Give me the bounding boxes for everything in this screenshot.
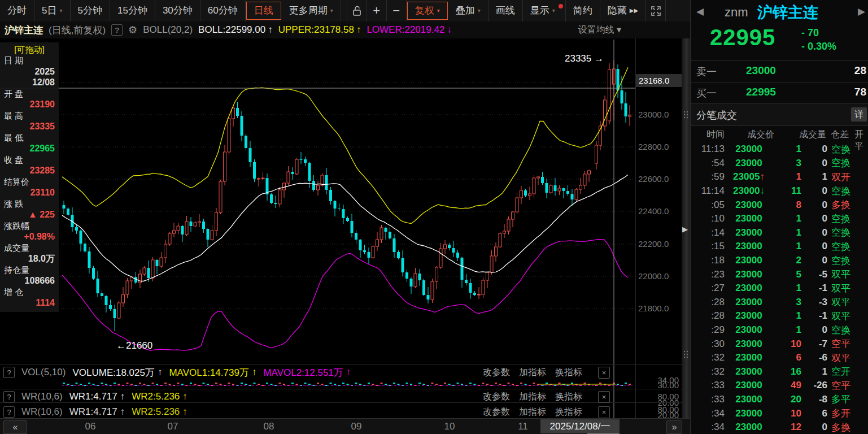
- bid-row[interactable]: 买一 22995 78: [691, 83, 868, 103]
- tick-trade-row[interactable]: :052300080多换: [691, 198, 868, 212]
- position-change: -1: [801, 310, 827, 322]
- tick-trade-row[interactable]: :542300030空换: [691, 157, 868, 171]
- price-axis-label: 22400.0: [638, 206, 679, 216]
- pane-menu-item-换指标[interactable]: 换指标: [555, 406, 582, 418]
- indicator-value: UPPER:23178.58: [278, 24, 354, 36]
- drag-hint: [可拖动]: [4, 44, 55, 55]
- close-pane-button[interactable]: ×: [598, 391, 610, 403]
- prev-contract-button[interactable]: ◀: [696, 6, 704, 18]
- collapse-arrow-icon[interactable]: ▶: [682, 225, 688, 233]
- tick-trade-row[interactable]: :28230001-1双平: [691, 309, 868, 323]
- tool-button-adjust[interactable]: 复权▾: [407, 2, 448, 20]
- trade-volume: 1: [773, 171, 801, 183]
- position-change: 6: [801, 408, 827, 419]
- tick-trade-row[interactable]: :332300020-8多平: [691, 393, 868, 407]
- pane-menu-item-换指标[interactable]: 换指标: [555, 391, 582, 403]
- tool-button-draw-line[interactable]: 画线: [488, 0, 523, 21]
- tick-trade-row[interactable]: 11:1423000↓110空换: [691, 184, 868, 198]
- tick-trade-row[interactable]: :5923005↑11双开: [691, 170, 868, 184]
- price-axis-label: 22600.0: [638, 174, 679, 184]
- info-value: 2025: [4, 66, 55, 77]
- tick-col-header: 成交量: [799, 129, 826, 141]
- trade-price: 23005↑: [725, 171, 773, 183]
- pane-menu-item-加指标[interactable]: 加指标: [519, 367, 546, 379]
- period-button-更多周期[interactable]: 更多周期▾: [282, 0, 341, 21]
- close-pane-button[interactable]: ×: [598, 406, 610, 418]
- tool-button-hide[interactable]: 隐藏▶▶: [600, 0, 646, 21]
- period-button-5分钟[interactable]: 5分钟: [71, 0, 110, 21]
- tool-button-zoom-out[interactable]: −: [387, 0, 407, 21]
- trade-time: :32: [691, 352, 725, 363]
- tick-table[interactable]: 11:132300010空换:542300030空换:5923005↑11双开1…: [691, 142, 868, 434]
- period-button-60分钟[interactable]: 60分钟: [200, 0, 246, 21]
- trade-volume: 20: [773, 394, 801, 405]
- trade-volume: 2: [773, 255, 801, 266]
- help-icon[interactable]: ?: [3, 367, 15, 378]
- help-icon[interactable]: ?: [3, 391, 15, 402]
- tick-trade-row[interactable]: :27230001-1双平: [691, 281, 868, 296]
- close-pane-button[interactable]: ×: [598, 367, 610, 379]
- indicator-value: BOLL:22599.00: [198, 24, 265, 36]
- open-close-flag: 空换: [827, 240, 866, 253]
- quote-panel: ◀ znm 沪锌主连 ▶ 22995 - 70 - 0.30% 卖一 23000…: [690, 0, 868, 434]
- trade-price: 23000: [725, 297, 773, 308]
- pane-menu-item-换指标[interactable]: 换指标: [555, 367, 582, 379]
- ohlc-info-panel[interactable]: [可拖动] 日 期202512/08开 盘23190最 高23335最 低229…: [0, 42, 59, 312]
- pane-indicator-value: MAVOL1:14.739万: [169, 366, 248, 379]
- tick-trade-row[interactable]: :3423000120多换: [691, 420, 868, 434]
- trade-price: 23000: [725, 241, 773, 252]
- tick-trade-row[interactable]: :302300010-7空平: [691, 337, 868, 351]
- ma-settings-button[interactable]: 设置均线 ▾: [578, 21, 621, 38]
- price-axis[interactable]: [635, 38, 682, 418]
- panel-splitter[interactable]: ▶: [682, 38, 690, 418]
- scroll-left-button[interactable]: «: [3, 420, 27, 434]
- tick-trade-row[interactable]: :332300049-26空平: [691, 379, 868, 393]
- pane-menu-item-加指标[interactable]: 加指标: [519, 391, 546, 403]
- pane-menu-item-加指标[interactable]: 加指标: [519, 406, 546, 418]
- tick-trade-row[interactable]: :23230005-5双平: [691, 267, 868, 281]
- tick-trade-row[interactable]: :3423000106多开: [691, 406, 868, 420]
- period-button-15分钟[interactable]: 15分钟: [110, 0, 155, 21]
- tick-trade-row[interactable]: :28230003-3双平: [691, 296, 868, 310]
- trade-time: :54: [691, 158, 725, 169]
- period-button-30分钟[interactable]: 30分钟: [155, 0, 200, 21]
- tool-button-zoom-in[interactable]: +: [367, 0, 387, 21]
- position-change: 0: [801, 227, 827, 238]
- trade-price: 23000: [725, 394, 773, 405]
- tool-button-lock[interactable]: [347, 0, 367, 21]
- tick-trade-row[interactable]: :3223000161空开: [691, 365, 868, 379]
- gear-icon[interactable]: ⚙: [128, 24, 137, 36]
- position-change: 0: [801, 324, 827, 336]
- tick-trade-row[interactable]: :32230006-6双平: [691, 351, 868, 365]
- pane-menu-item-改参数[interactable]: 改参数: [483, 367, 510, 379]
- tool-button-fullscreen[interactable]: [646, 0, 666, 21]
- trade-price: 23000: [725, 324, 773, 336]
- tick-trade-row[interactable]: 11:132300010空换: [691, 142, 868, 157]
- open-close-flag: 空换: [827, 226, 866, 239]
- pane-menu-item-改参数[interactable]: 改参数: [483, 406, 510, 418]
- price-axis-label: 23000.0: [638, 110, 679, 119]
- tick-trade-row[interactable]: :152300010空换: [691, 240, 868, 254]
- tool-button-simple[interactable]: 简约: [566, 0, 600, 21]
- tick-trade-row[interactable]: :182300020空换: [691, 254, 868, 268]
- period-button-分时[interactable]: 分时: [0, 0, 34, 21]
- info-value: +0.98%: [4, 231, 55, 242]
- help-icon[interactable]: ?: [111, 24, 123, 36]
- tool-button-overlay[interactable]: 叠加▾: [448, 0, 488, 21]
- period-button-日线[interactable]: 日线: [246, 2, 281, 20]
- tick-detail-button[interactable]: 详: [851, 107, 867, 121]
- trade-volume: 11: [773, 185, 801, 197]
- pane-menu-item-改参数[interactable]: 改参数: [483, 391, 510, 403]
- help-icon[interactable]: ?: [3, 406, 15, 418]
- tool-button-display[interactable]: 显示▾: [523, 0, 566, 21]
- tick-trade-row[interactable]: :102300010空换: [691, 212, 868, 226]
- tick-trade-row[interactable]: :292300010空换: [691, 323, 868, 337]
- period-button-5日[interactable]: 5日▾: [34, 0, 71, 21]
- tick-col-header: 成交价: [747, 129, 774, 141]
- next-contract-button[interactable]: ▶: [858, 6, 865, 18]
- ask-row[interactable]: 卖一 23000 28: [691, 61, 868, 81]
- trade-price: 23000: [725, 352, 773, 363]
- scroll-right-button[interactable]: »: [666, 420, 682, 434]
- indicator-header: 沪锌主连(日线,前复权)?⚙BOLL(20,2)BOLL:22599.00↑UP…: [0, 21, 695, 38]
- tick-trade-row[interactable]: :142300010空换: [691, 226, 868, 240]
